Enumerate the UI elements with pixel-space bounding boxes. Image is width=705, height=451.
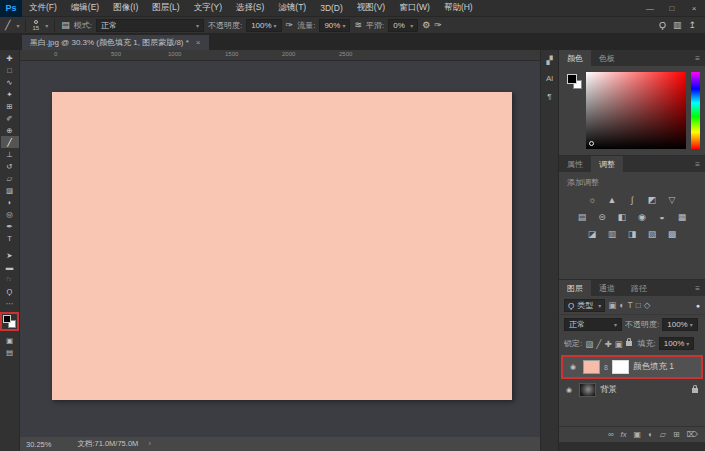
crop-tool[interactable]: ⊞ (1, 100, 19, 112)
lasso-tool[interactable]: ∿ (1, 76, 19, 88)
brush-tool[interactable]: ╱ (1, 136, 19, 148)
gradient-tool[interactable]: ▨ (1, 184, 19, 196)
minimize-button[interactable]: — (639, 0, 661, 17)
tab-adjustments[interactable]: 调整 (591, 156, 623, 172)
filter-toggle-icon[interactable]: ● (696, 302, 700, 309)
lock-all-icon[interactable] (626, 341, 632, 346)
add-layer-mask-icon[interactable]: ▣ (633, 430, 641, 439)
new-group-icon[interactable]: ▱ (660, 430, 666, 439)
opacity-select[interactable]: 100% ▾ (246, 19, 281, 32)
paragraph-icon[interactable]: ¶ (547, 92, 551, 101)
gradient-map-icon[interactable]: ▧ (645, 227, 660, 240)
smoothing-select[interactable]: 0% ▾ (388, 19, 418, 32)
photo-filter-icon[interactable]: ◉ (635, 210, 650, 223)
healing-brush-tool[interactable]: ⊕ (1, 124, 19, 136)
layer-opacity-select[interactable]: 100% ▾ (662, 318, 697, 331)
fill-select[interactable]: 100% ▾ (659, 337, 694, 350)
hand-tool[interactable]: ☞ (1, 273, 19, 285)
color-panel-swatches[interactable] (565, 72, 581, 149)
lock-position-icon[interactable]: ✚ (604, 339, 611, 349)
move-tool[interactable]: ✚ (1, 52, 19, 64)
screen-mode-button[interactable]: ▤ (1, 346, 19, 358)
pressure-opacity-icon[interactable]: ✑ (286, 20, 294, 30)
gear-icon[interactable]: ⚙ (422, 20, 430, 30)
tab-channels[interactable]: 通道 (591, 280, 623, 296)
filter-group-icon[interactable]: □ (636, 300, 641, 310)
maximize-button[interactable]: □ (661, 0, 683, 17)
blur-tool[interactable]: ◗ (1, 196, 19, 208)
foreground-color-swatch[interactable] (3, 315, 11, 323)
tab-layers[interactable]: 图层 (559, 280, 591, 296)
history-brush-tool[interactable]: ↺ (1, 160, 19, 172)
exposure-icon[interactable]: ◩ (645, 193, 660, 206)
filter-type-icon[interactable]: T (627, 300, 632, 310)
object-selection-tool[interactable]: ✦ (1, 88, 19, 100)
panel-menu-icon[interactable]: ≡ (695, 280, 705, 296)
delete-layer-icon[interactable]: ⌦ (687, 430, 698, 439)
background-thumbnail[interactable] (579, 383, 596, 397)
menu-filter[interactable]: 滤镜(T) (271, 0, 313, 17)
status-arrow-icon[interactable]: › (148, 439, 151, 448)
filter-pixel-icon[interactable]: ▣ (608, 300, 616, 310)
mode-select[interactable]: 正常 ▾ (96, 19, 204, 32)
menu-help[interactable]: 帮助(H) (437, 0, 480, 17)
dodge-tool[interactable]: ◎ (1, 208, 19, 220)
menu-image[interactable]: 图像(I) (106, 0, 145, 17)
color-balance-icon[interactable]: ⊜ (595, 210, 610, 223)
invert-icon[interactable]: ◪ (585, 227, 600, 240)
menu-view[interactable]: 视图(V) (350, 0, 392, 17)
layer-mask-thumbnail[interactable] (612, 360, 629, 374)
menu-file[interactable]: 文件(F) (22, 0, 64, 17)
shape-tool[interactable]: ▬ (1, 261, 19, 273)
type-tool[interactable]: T (1, 232, 19, 244)
levels-icon[interactable]: ▲ (605, 193, 620, 206)
workspace-icon[interactable]: ▥ (673, 20, 682, 30)
color-lookup-icon[interactable]: ▦ (675, 210, 690, 223)
airbrush-icon[interactable]: ≋ (354, 20, 362, 30)
layer-row-color-fill[interactable]: ◉ 8 颜色填充 1 (563, 357, 701, 377)
zoom-level[interactable]: 30.25% (26, 440, 51, 449)
filter-smart-object-icon[interactable]: ◇ (644, 300, 651, 310)
lock-transparency-icon[interactable]: ▨ (585, 339, 593, 349)
tab-properties[interactable]: 属性 (559, 156, 591, 172)
link-layers-icon[interactable]: ∞ (608, 430, 614, 439)
clone-stamp-tool[interactable]: ⊥ (1, 148, 19, 160)
visibility-eye-icon[interactable]: ◉ (563, 386, 575, 394)
black-white-icon[interactable]: ◧ (615, 210, 630, 223)
zoom-tool[interactable]: Ϙ (1, 285, 19, 297)
libraries-icon[interactable]: Al (546, 74, 553, 83)
share-icon[interactable]: ↥ (688, 20, 696, 30)
posterize-icon[interactable]: ▥ (605, 227, 620, 240)
lock-pixels-icon[interactable]: ╱ (596, 339, 601, 349)
menu-layer[interactable]: 图层(L) (145, 0, 186, 17)
foreground-color-swatch[interactable] (567, 74, 577, 84)
document-canvas[interactable] (52, 92, 512, 400)
brush-preset-picker[interactable]: 15 (32, 20, 39, 31)
vibrance-icon[interactable]: ▽ (665, 193, 680, 206)
layer-filter-select[interactable]: Ϙ 类型 ▾ (564, 299, 605, 312)
layer-name[interactable]: 颜色填充 1 (633, 361, 697, 373)
path-selection-tool[interactable]: ➤ (1, 249, 19, 261)
brush-settings-icon[interactable]: ▞ (546, 56, 552, 65)
layer-name[interactable]: 背景 (600, 384, 688, 396)
visibility-eye-icon[interactable]: ◉ (567, 363, 579, 371)
panel-menu-icon[interactable]: ≡ (695, 156, 705, 172)
menu-select[interactable]: 选择(S) (229, 0, 271, 17)
channel-mixer-icon[interactable]: ◒ (655, 210, 670, 223)
eraser-tool[interactable]: ▱ (1, 172, 19, 184)
saturation-brightness-field[interactable] (586, 72, 686, 149)
color-cursor[interactable] (589, 141, 594, 146)
eyedropper-tool[interactable]: ✐ (1, 112, 19, 124)
curves-icon[interactable]: ∫ (625, 193, 640, 206)
selective-color-icon[interactable]: ▩ (665, 227, 680, 240)
mask-link-icon[interactable]: 8 (604, 364, 608, 371)
panel-menu-icon[interactable]: ≡ (695, 50, 705, 66)
flow-select[interactable]: 90% ▾ (319, 19, 350, 32)
foreground-background-swatches[interactable] (3, 315, 16, 328)
menu-3d[interactable]: 3D(D) (313, 0, 350, 17)
document-tab[interactable]: 黑白.jpg @ 30.3% (颜色填充 1, 图层蒙版/8) * × (22, 35, 209, 50)
hue-saturation-icon[interactable]: ▤ (575, 210, 590, 223)
edit-toolbar-icon[interactable]: ⋯ (1, 297, 19, 309)
menu-window[interactable]: 窗口(W) (392, 0, 437, 17)
threshold-icon[interactable]: ◨ (625, 227, 640, 240)
